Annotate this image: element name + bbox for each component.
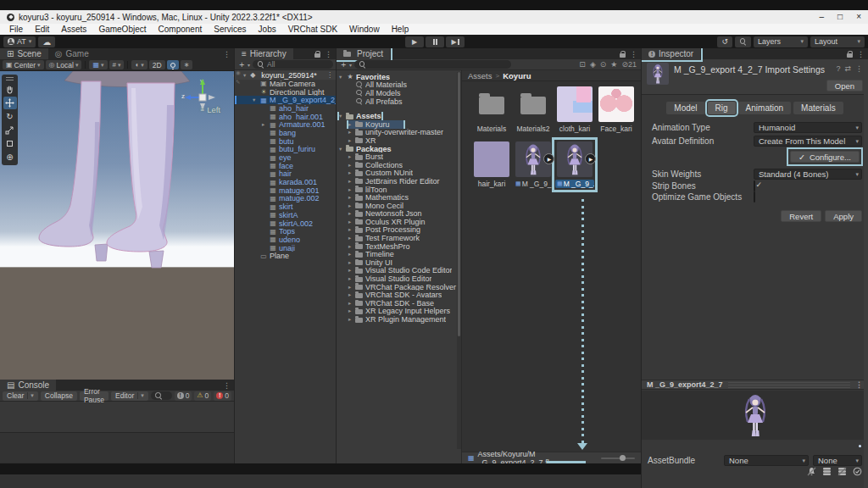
import-tab[interactable]: Animation <box>738 102 791 114</box>
project-tree-item[interactable]: ▾ Favorites <box>337 73 461 81</box>
project-tree-item[interactable]: ▸ Koyuru <box>337 120 461 129</box>
hierarchy-item[interactable]: karada.001 <box>235 178 336 186</box>
tab-project[interactable]: Project <box>337 48 390 59</box>
import-tab[interactable]: Model <box>666 102 704 114</box>
tab-scene[interactable]: ⊞Scene <box>0 48 48 59</box>
project-tree-item[interactable]: ▸ XR Legacy Input Helpers <box>337 308 461 316</box>
project-tree-item[interactable]: ▸ Collections <box>337 161 461 169</box>
2d-toggle-button[interactable]: 2D <box>149 60 165 69</box>
hierarchy-item[interactable]: matuge.002 <box>235 195 336 203</box>
hierarchy-item[interactable]: butu <box>235 137 336 146</box>
tab-console[interactable]: ▤Console <box>0 380 56 391</box>
skin-weights-dropdown[interactable]: Standard (4 Bones) <box>754 169 862 180</box>
project-tree-item[interactable]: ▸ Test Framework <box>337 234 461 242</box>
status-ok-icon[interactable] <box>853 467 862 476</box>
panel-menu-icon[interactable]: ⋮ <box>855 64 863 73</box>
close-button[interactable]: × <box>856 10 861 24</box>
project-tree-item[interactable]: All Prefabs <box>337 97 461 106</box>
menu-item[interactable]: Assets <box>55 24 92 35</box>
panel-menu-icon[interactable]: ⋮ <box>857 50 865 58</box>
project-tree-item[interactable]: ▾ Packages <box>337 145 461 153</box>
maximize-button[interactable]: □ <box>837 10 843 24</box>
play-badge-icon[interactable]: ▶ <box>585 153 596 164</box>
hierarchy-item[interactable]: face <box>235 162 336 170</box>
preview-header[interactable]: M _G_9_export4_2_7 ⋮ <box>642 380 868 390</box>
cache-layers-icon[interactable] <box>822 467 832 476</box>
presets-icon[interactable]: ⇄ <box>844 64 851 73</box>
panel-menu-icon[interactable]: ⋮ <box>325 50 332 58</box>
asset-tile[interactable]: ▶ ▦ cloth_kari <box>556 86 593 133</box>
expander-icon[interactable]: ▸ <box>348 219 355 225</box>
label-filter-icon[interactable]: ◈ <box>590 60 596 69</box>
expander-icon[interactable]: ▸ <box>348 178 355 185</box>
draw-mode-dropdown[interactable]: ◐▾ <box>131 60 147 69</box>
help-icon[interactable]: ? <box>836 64 840 73</box>
breadcrumb-current[interactable]: Koyuru <box>503 71 531 80</box>
project-tree-scrollbar[interactable] <box>457 72 461 449</box>
avatar-definition-dropdown[interactable]: Create From This Model <box>754 136 862 147</box>
hierarchy-item[interactable]: Directional Light <box>235 88 336 97</box>
info-count-badge[interactable]: !0 <box>175 391 192 401</box>
expander-icon[interactable]: ▸ <box>348 137 355 144</box>
hierarchy-item[interactable]: skirtA <box>235 211 336 219</box>
rotate-tool-button[interactable]: ↻ <box>3 110 17 123</box>
global-search-button[interactable] <box>735 36 751 47</box>
expander-icon[interactable]: ▸ <box>348 243 355 250</box>
undo-history-button[interactable]: ↺ <box>717 36 732 47</box>
cloud-button[interactable]: ☁ <box>38 36 55 47</box>
asset-tile[interactable]: ▶ ▦ Materials2 <box>515 86 552 133</box>
cache-disabled-icon[interactable] <box>837 467 847 476</box>
hierarchy-item[interactable]: aho_hair.001 <box>235 113 336 121</box>
preview-menu-icon[interactable]: ⋮ <box>855 380 863 389</box>
tab-inspector[interactable]: !Inspector <box>642 48 700 59</box>
lock-icon[interactable] <box>847 53 853 58</box>
error-count-badge[interactable]: !0 <box>214 391 231 401</box>
expander-icon[interactable]: ▸ <box>348 235 355 241</box>
import-tab[interactable]: Materials <box>793 102 843 114</box>
expander-icon[interactable]: ▸ <box>348 226 355 233</box>
import-tab[interactable]: Rig <box>708 102 736 114</box>
menu-item[interactable]: VRChat SDK <box>282 24 343 35</box>
view-orientation-label[interactable]: Left <box>200 105 220 114</box>
lock-icon[interactable] <box>620 53 626 58</box>
type-filter-icon[interactable]: ⊙ <box>600 60 607 69</box>
expander-icon[interactable]: ▾ <box>253 97 259 103</box>
project-tree-item[interactable]: ▸ Visual Studio Editor <box>337 274 461 283</box>
project-tree-item[interactable]: ▸ Mono Cecil <box>337 202 461 210</box>
tab-game[interactable]: ◎Game <box>48 48 96 59</box>
menu-item[interactable]: File <box>3 24 29 35</box>
project-tree-item[interactable]: ▸ unity-overwriter-master <box>337 129 461 137</box>
menu-item[interactable]: GameObject <box>92 24 152 35</box>
expander-icon[interactable]: ▸ <box>348 194 355 201</box>
project-tree-item[interactable]: ▸ Newtonsoft Json <box>337 210 461 219</box>
expander-icon[interactable]: ▸ <box>262 121 269 128</box>
expander-icon[interactable]: ▸ <box>348 169 355 176</box>
hierarchy-item[interactable]: skirtA.002 <box>235 219 336 228</box>
project-tree-item[interactable]: ▸ TextMeshPro <box>337 242 461 251</box>
scene-menu-icon[interactable]: ⋮ <box>326 71 336 79</box>
create-object-button[interactable]: ＋▾ <box>237 58 250 70</box>
chevron-down-icon[interactable]: ▾ <box>27 392 34 399</box>
project-tree-item[interactable]: ▸ Mathematics <box>337 193 461 202</box>
asset-tile[interactable]: ▶ ▦ M _G_9_... <box>515 141 552 188</box>
expander-icon[interactable]: ▸ <box>348 284 355 291</box>
hierarchy-item[interactable]: eye <box>235 153 336 162</box>
model-preview[interactable] <box>642 391 868 440</box>
scene-viewport[interactable]: ↻ ⊕ y z <box>0 71 234 380</box>
menu-item[interactable]: Help <box>386 24 415 35</box>
expander-icon[interactable]: ▸ <box>348 259 355 266</box>
menu-item[interactable]: Services <box>208 24 252 35</box>
project-tree-item[interactable]: ▸ lilToon <box>337 186 461 194</box>
breadcrumb-root[interactable]: Assets <box>468 71 492 80</box>
hierarchy-item[interactable]: aho_hair <box>235 104 336 113</box>
move-tool-button[interactable] <box>3 97 17 109</box>
expander-icon[interactable]: ▾ <box>339 74 346 80</box>
open-button[interactable]: Open <box>826 80 863 92</box>
scene-root-row[interactable]: ▾ koyuru_250914* ⋮ <box>235 70 336 80</box>
menu-item[interactable]: Edit <box>29 24 55 35</box>
expander-icon[interactable]: ▸ <box>348 210 355 217</box>
console-log-list[interactable] <box>0 402 234 433</box>
project-tree-item[interactable]: ▸ XR Plugin Management <box>337 315 461 324</box>
collapse-button[interactable]: Collapse <box>41 391 77 401</box>
asset-tile[interactable]: ▶ ▦ Face_kari <box>598 86 635 133</box>
